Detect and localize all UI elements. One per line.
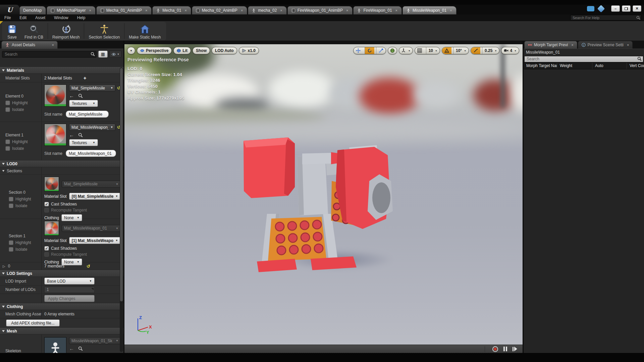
help-search-input[interactable] bbox=[570, 15, 641, 20]
world-local-toggle-button[interactable] bbox=[388, 47, 397, 54]
material-thumbnail[interactable] bbox=[44, 84, 66, 107]
tab-fireweapon01[interactable]: FireWeapon_01× bbox=[353, 6, 402, 14]
textures-dropdown[interactable]: Textures▼ bbox=[69, 139, 98, 146]
minimize-button[interactable]: – bbox=[611, 5, 620, 12]
browse-to-asset-icon[interactable] bbox=[78, 133, 83, 137]
viewport-options-button[interactable]: ▼ bbox=[127, 47, 135, 54]
show-menu-button[interactable]: Show bbox=[193, 47, 210, 54]
asset-details-scrollbar[interactable] bbox=[120, 67, 123, 352]
grid-snap-value-button[interactable]: 10▼ bbox=[426, 47, 440, 54]
morph-search-input[interactable] bbox=[524, 56, 643, 62]
tab-mecha02-animbp[interactable]: Mecha_02_AnimBP× bbox=[192, 6, 248, 14]
close-icon[interactable]: × bbox=[450, 9, 452, 12]
move-tool-button[interactable] bbox=[354, 47, 363, 54]
isolate-checkbox[interactable] bbox=[5, 146, 10, 151]
material-slot-dropdown[interactable]: [0] Mat_SimpleMissile▼ bbox=[69, 193, 121, 200]
sections-row[interactable]: Sections bbox=[0, 167, 123, 175]
browse-to-asset-icon[interactable] bbox=[78, 346, 83, 351]
isolate-checkbox[interactable] bbox=[5, 107, 10, 112]
rotation-snap-toggle-button[interactable] bbox=[442, 47, 451, 54]
menu-file[interactable]: File bbox=[0, 15, 15, 20]
make-static-mesh-button[interactable]: Make Static Mesh bbox=[125, 22, 164, 40]
view-options-grid-button[interactable]: ▦ bbox=[98, 51, 108, 58]
clothing-section-header[interactable]: Clothing bbox=[0, 303, 123, 310]
highlight-checkbox[interactable] bbox=[5, 139, 10, 144]
apply-changes-button[interactable]: Apply Changes bbox=[44, 295, 95, 302]
material-slot-dropdown[interactable]: [1] Mat_MissileWeapon_01▼ bbox=[69, 237, 121, 244]
section-selection-button[interactable]: Section Selection bbox=[85, 22, 123, 40]
lod0-section-header[interactable]: LOD0 bbox=[0, 161, 123, 167]
isolate-checkbox[interactable] bbox=[9, 203, 13, 208]
section-material-thumbnail[interactable] bbox=[44, 177, 59, 191]
step-forward-button[interactable] bbox=[513, 347, 517, 351]
reset-to-default-icon[interactable]: ↺ bbox=[87, 264, 90, 268]
tab-missileweapon01[interactable]: MissileWeapon_01× bbox=[402, 6, 457, 14]
close-icon[interactable]: × bbox=[280, 9, 282, 12]
feedback-icon[interactable] bbox=[587, 6, 594, 11]
use-selected-asset-button[interactable]: ← bbox=[69, 93, 74, 99]
use-selected-asset-button[interactable]: ← bbox=[69, 346, 74, 351]
tab-mymechaplayer[interactable]: MyMechaPlayer× bbox=[47, 6, 95, 14]
menu-window[interactable]: Window bbox=[50, 15, 73, 20]
slot-name-input[interactable] bbox=[66, 150, 116, 157]
skeleton-thumbnail[interactable] bbox=[44, 337, 66, 353]
camera-speed-button[interactable]: 4▼ bbox=[501, 47, 519, 54]
highlight-checkbox[interactable] bbox=[9, 240, 13, 245]
close-icon[interactable]: × bbox=[395, 9, 397, 12]
material-asset-dropdown[interactable]: Mat_SimpleMissile▼ bbox=[69, 84, 115, 92]
rotate-tool-button[interactable] bbox=[365, 47, 374, 54]
close-icon[interactable]: × bbox=[145, 9, 147, 12]
close-icon[interactable]: × bbox=[52, 43, 54, 47]
recompute-tangent-checkbox[interactable] bbox=[44, 208, 49, 213]
highlight-checkbox[interactable] bbox=[9, 197, 13, 201]
column-weight[interactable]: Weight bbox=[557, 63, 592, 69]
cast-shadows-checkbox[interactable]: ✓ bbox=[44, 246, 49, 251]
browse-to-asset-icon[interactable] bbox=[78, 94, 83, 98]
asset-details-search-input[interactable] bbox=[2, 51, 97, 58]
section-material-thumbnail[interactable] bbox=[44, 221, 59, 236]
marketplace-icon[interactable] bbox=[597, 5, 605, 12]
reimport-mesh-button[interactable]: Reimport Mesh bbox=[49, 22, 83, 40]
tab-fireweapon01-animbp[interactable]: FireWeapon_01_AnimBP× bbox=[287, 6, 353, 14]
materials-section-header[interactable]: Materials bbox=[0, 67, 123, 74]
scale-snap-toggle-button[interactable] bbox=[471, 47, 480, 54]
menu-help[interactable]: Help bbox=[73, 15, 90, 20]
close-icon[interactable]: × bbox=[346, 9, 348, 12]
lod-settings-section-header[interactable]: LOD Settings bbox=[0, 270, 123, 277]
column-vert-count[interactable]: Vert Count bbox=[627, 63, 644, 69]
perspective-button[interactable]: Perspective bbox=[137, 47, 172, 54]
recompute-tangent-checkbox[interactable] bbox=[44, 252, 49, 257]
grid-snap-toggle-button[interactable] bbox=[415, 47, 424, 54]
surface-snapping-button[interactable]: ▼ bbox=[399, 47, 413, 54]
record-button[interactable] bbox=[492, 346, 498, 352]
close-icon[interactable]: × bbox=[89, 9, 91, 12]
lod-import-dropdown[interactable]: Base LOD▼ bbox=[44, 278, 95, 285]
close-icon[interactable]: × bbox=[627, 43, 629, 47]
scale-snap-value-button[interactable]: 0.25▼ bbox=[482, 47, 499, 54]
mesh-section-header[interactable]: Mesh bbox=[0, 328, 123, 335]
add-apex-clothing-button[interactable]: Add APEX clothing file... bbox=[6, 319, 60, 326]
expand-arrow-icon[interactable]: ▷ bbox=[3, 264, 5, 268]
close-window-button[interactable]: ✕ bbox=[633, 5, 641, 12]
visibility-filter-button[interactable]: ▼ bbox=[109, 51, 121, 58]
column-auto[interactable]: Auto bbox=[592, 63, 627, 69]
tab-mecha01-animbp[interactable]: Mecha_01_AnimBP× bbox=[96, 6, 152, 14]
playback-speed-button[interactable]: x1.0 bbox=[239, 47, 259, 54]
morph-target-previewer-tab[interactable]: Morph Target Previ × bbox=[524, 41, 577, 49]
asset-details-tab[interactable]: Asset Details × bbox=[1, 41, 58, 49]
close-icon[interactable]: × bbox=[184, 9, 186, 12]
close-icon[interactable]: × bbox=[241, 9, 243, 12]
restore-button[interactable] bbox=[622, 5, 631, 12]
save-button[interactable]: Save bbox=[3, 22, 21, 40]
menu-asset[interactable]: Asset bbox=[31, 15, 50, 20]
pause-button[interactable] bbox=[503, 347, 507, 351]
cast-shadows-checkbox[interactable]: ✓ bbox=[44, 202, 49, 206]
rotation-snap-value-button[interactable]: 10°▼ bbox=[453, 47, 469, 54]
close-icon[interactable]: × bbox=[571, 43, 573, 47]
tab-mecha01[interactable]: Mecha_01× bbox=[152, 6, 191, 14]
add-material-slot-button[interactable]: + bbox=[84, 75, 87, 81]
isolate-checkbox[interactable] bbox=[9, 247, 13, 252]
lit-mode-button[interactable]: Lit bbox=[173, 47, 191, 54]
material-thumbnail[interactable] bbox=[44, 124, 66, 146]
tab-mecha02[interactable]: mecha_02× bbox=[248, 6, 286, 14]
